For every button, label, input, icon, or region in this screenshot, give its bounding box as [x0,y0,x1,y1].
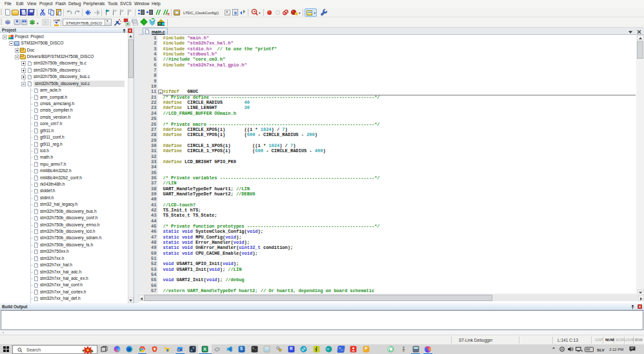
svg-text:LOAD: LOAD [54,19,60,22]
